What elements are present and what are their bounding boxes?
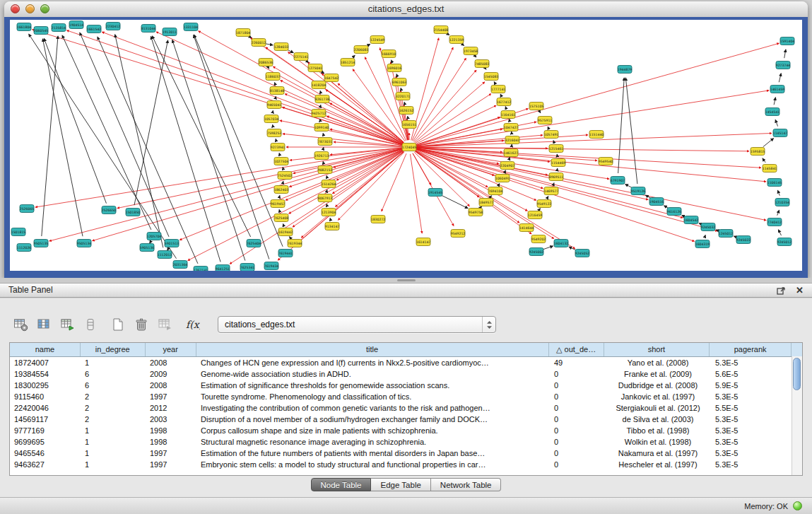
graph-node[interactable]: 2060545 xyxy=(34,27,49,35)
graph-node[interactable]: 9519126 xyxy=(631,187,646,195)
graph-node[interactable]: 1604132 xyxy=(554,240,569,247)
graph-edge[interactable] xyxy=(332,151,403,194)
graph-node[interactable]: 6961063 xyxy=(392,78,407,86)
tab-edge-table[interactable]: Edge Table xyxy=(371,478,430,491)
graph-node[interactable]: 9245052 xyxy=(575,250,590,257)
graph-node[interactable]: 1216459 xyxy=(528,211,543,219)
graph-edge[interactable] xyxy=(32,30,402,145)
graph-node[interactable]: 9575911 xyxy=(538,117,553,124)
function-builder-button[interactable]: f(x) xyxy=(183,315,201,334)
graph-node[interactable]: 1647542 xyxy=(324,74,339,82)
graph-node[interactable]: 1777141 xyxy=(491,86,506,93)
window-titlebar[interactable]: citations_edges.txt xyxy=(4,1,808,18)
graph-edge[interactable] xyxy=(416,148,649,199)
graph-edge[interactable] xyxy=(618,78,625,173)
graph-edge[interactable] xyxy=(199,31,404,144)
graph-node[interactable]: 1267141 xyxy=(194,267,208,271)
graph-edge[interactable] xyxy=(774,98,775,105)
graph-node[interactable]: 9273744 xyxy=(776,62,791,69)
table-row[interactable]: 2242004622012Investigating the contribut… xyxy=(10,402,802,414)
graph-node[interactable]: 1106145 xyxy=(767,179,782,187)
graph-node[interactable]: 1661804 xyxy=(17,23,32,31)
graph-edge[interactable] xyxy=(548,197,548,197)
graph-node[interactable]: 7740412 xyxy=(767,218,782,226)
graph-node[interactable]: 1696016 xyxy=(387,64,402,72)
table-row[interactable]: 1938455462009Genome-wide association stu… xyxy=(10,368,802,380)
graph-node[interactable]: 1501815 xyxy=(11,228,26,236)
graph-edge[interactable] xyxy=(481,206,482,207)
graph-node[interactable]: 1914545 xyxy=(428,189,443,197)
graph-node[interactable]: 2086536 xyxy=(259,59,273,66)
graph-node[interactable]: 7524502 xyxy=(278,172,293,180)
graph-node[interactable]: 3216041 xyxy=(505,136,520,144)
graph-edge[interactable] xyxy=(266,44,273,45)
close-panel-icon[interactable]: ✕ xyxy=(796,286,804,295)
graph-edge[interactable] xyxy=(775,119,777,126)
graph-edge[interactable] xyxy=(540,112,541,113)
graph-node[interactable]: 9245012 xyxy=(777,238,792,246)
graph-node[interactable]: 9134147 xyxy=(325,223,340,230)
column-header-in_degree[interactable]: in_degree xyxy=(81,343,146,356)
graph-edge[interactable] xyxy=(416,148,766,182)
graph-node[interactable]: 1145147 xyxy=(773,129,788,137)
graph-node[interactable]: 2260012 xyxy=(252,39,266,47)
graph-node[interactable]: 9616126 xyxy=(667,208,682,216)
graph-edge[interactable] xyxy=(763,139,774,147)
graph-node[interactable]: 7619434 xyxy=(264,262,279,270)
graph-edge[interactable] xyxy=(491,196,492,197)
graph-node[interactable]: 1545083 xyxy=(484,73,499,81)
graph-edge[interactable] xyxy=(80,33,169,237)
graph-edge[interactable] xyxy=(413,153,431,185)
graph-node[interactable]: 9549212 xyxy=(451,230,466,238)
graph-node[interactable]: 6791907 xyxy=(611,177,625,185)
graph-edge[interactable] xyxy=(335,151,404,206)
graph-node[interactable]: 1656151 xyxy=(402,121,417,129)
graph-edge[interactable] xyxy=(382,153,406,211)
graph-node[interactable]: 1145841 xyxy=(763,165,777,173)
graph-edge[interactable] xyxy=(413,58,466,141)
graph-edge[interactable] xyxy=(66,30,402,145)
graph-node[interactable]: 9245022 xyxy=(736,236,751,244)
graph-edge[interactable] xyxy=(416,135,543,146)
graph-node[interactable]: 1944879 xyxy=(618,66,632,74)
graph-node[interactable]: 5905136 xyxy=(140,244,155,252)
graph-node[interactable]: 1210354 xyxy=(775,199,790,206)
graph-node[interactable]: 2230412 xyxy=(106,23,121,30)
graph-edge[interactable] xyxy=(779,74,781,83)
graph-node[interactable]: 1164161 xyxy=(501,111,516,119)
graph-edge[interactable] xyxy=(289,237,290,238)
graph-node[interactable]: 7485083 xyxy=(475,60,490,68)
graph-node[interactable]: 9082153 xyxy=(318,166,333,174)
graph-node[interactable]: 9425712 xyxy=(312,110,326,117)
graph-edge[interactable] xyxy=(778,230,781,235)
graph-node[interactable]: 9245032 xyxy=(701,223,716,231)
graph-edge[interactable] xyxy=(509,119,510,121)
graph-node[interactable]: 7598253 xyxy=(267,129,282,137)
table-mode-button[interactable] xyxy=(11,315,30,334)
graph-node[interactable]: 8138148 xyxy=(270,87,285,95)
graph-node[interactable]: 2154408 xyxy=(434,26,449,34)
table-row[interactable]: 946554611997Estimation of the future num… xyxy=(10,448,802,459)
graph-edge[interactable] xyxy=(353,55,355,57)
graph-node[interactable]: 1215461 xyxy=(549,145,564,153)
graph-node[interactable]: 1871804 xyxy=(236,29,251,37)
network-select[interactable]: citations_edges.txt xyxy=(218,316,496,333)
graph-edge[interactable] xyxy=(292,152,404,248)
graph-node[interactable]: 1245012 xyxy=(719,230,734,238)
graph-edge[interactable] xyxy=(266,47,404,143)
vertical-scrollbar[interactable] xyxy=(792,356,802,475)
graph-node[interactable]: 1619442 xyxy=(278,228,293,236)
tab-network-table[interactable]: Network Table xyxy=(431,478,502,491)
graph-node[interactable]: 9619457 xyxy=(271,200,286,208)
graph-node[interactable]: 9245002 xyxy=(529,248,544,256)
graph-node[interactable]: 2204907 xyxy=(500,162,515,170)
graph-edge[interactable] xyxy=(499,184,500,185)
graph-edge[interactable] xyxy=(289,151,404,214)
graph-node[interactable]: 1830272 xyxy=(371,216,386,223)
graph-edge[interactable] xyxy=(777,210,779,216)
column-header-year[interactable]: year xyxy=(146,343,196,356)
table-row[interactable]: 977716911998Corpus callosum shape and si… xyxy=(10,425,802,436)
graph-node[interactable]: 1461459 xyxy=(770,86,785,93)
graph-edge[interactable] xyxy=(289,149,402,187)
column-header-pagerank[interactable]: pagerank xyxy=(710,343,792,356)
